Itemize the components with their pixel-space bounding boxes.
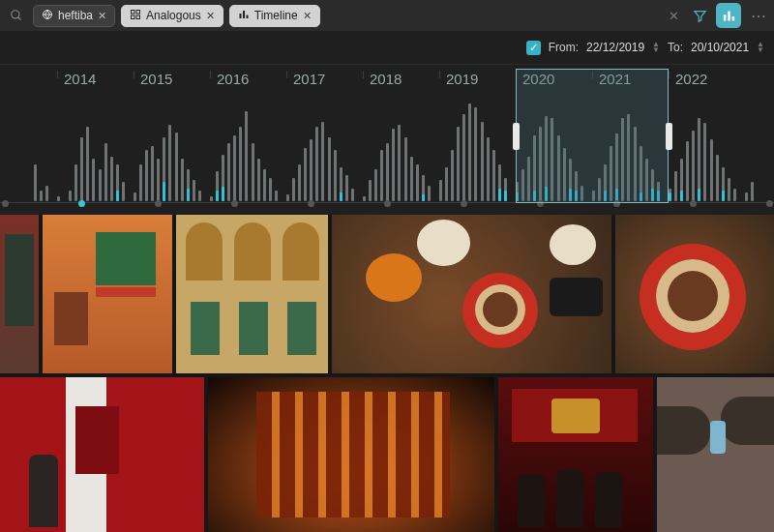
histogram-bar: [239, 127, 242, 201]
histogram-bar-highlight: [722, 191, 725, 201]
selection-handle-left[interactable]: [513, 123, 520, 150]
to-date-stepper[interactable]: ▲▼: [757, 42, 764, 53]
from-label: From:: [549, 41, 579, 54]
histogram-bar: [457, 127, 460, 201]
histogram-bar: [487, 137, 490, 201]
year-dot: [766, 200, 773, 207]
timeline-histogram[interactable]: 201420152016201720182019202020212022: [0, 64, 774, 215]
histogram-bar: [445, 167, 448, 201]
chip-label: Timeline: [254, 9, 298, 22]
svg-point-0: [12, 11, 19, 18]
selection-handle-right[interactable]: [666, 123, 672, 150]
histogram-bar: [168, 125, 171, 201]
histogram-bar: [710, 139, 713, 201]
thumb-hands-sanitizer[interactable]: [657, 377, 774, 532]
histogram-bar: [145, 150, 148, 201]
histogram-bar-highlight: [498, 189, 501, 201]
histogram-bar: [45, 186, 48, 202]
thumb-latte-art-closeup[interactable]: [615, 215, 774, 373]
histogram-bar: [728, 178, 730, 201]
grid-icon: [130, 9, 141, 23]
year-dot: [231, 200, 238, 207]
histogram-bar: [263, 169, 266, 201]
filter-chip-analogous[interactable]: Analogous ✕: [121, 5, 223, 27]
histogram-bar: [751, 182, 754, 201]
histogram-bar: [286, 194, 289, 201]
histogram-bar: [74, 164, 77, 202]
filter-tag-bar: heftiba ✕ Analogous ✕ Timeline ✕ ✕ ⋯: [0, 0, 774, 31]
chip-label: heftiba: [58, 9, 93, 22]
year-label: 2015: [140, 71, 172, 87]
filter-chip-heftiba[interactable]: heftiba ✕: [33, 5, 115, 27]
timeline-view-button[interactable]: [716, 3, 741, 28]
svg-rect-5: [132, 15, 135, 19]
thumb-ornate-beige-facade[interactable]: [176, 215, 328, 373]
chip-remove-icon[interactable]: ✕: [303, 10, 312, 22]
timeline-selection[interactable]: [516, 69, 669, 203]
histogram-bar: [410, 157, 413, 201]
chip-remove-icon[interactable]: ✕: [98, 10, 106, 22]
histogram-bar: [481, 122, 484, 202]
from-date-stepper[interactable]: ▲▼: [652, 42, 660, 53]
filter-funnel-button[interactable]: [687, 3, 712, 28]
svg-rect-6: [136, 15, 140, 19]
photo-grid: [0, 215, 774, 532]
histogram-bar: [398, 125, 401, 201]
histogram-bar: [122, 182, 125, 201]
histogram-bar: [99, 169, 102, 201]
thumb-green-shutters-orange-wall[interactable]: [43, 215, 172, 373]
histogram-bar: [233, 135, 236, 201]
histogram-bar: [686, 141, 689, 201]
histogram-bar: [703, 123, 706, 201]
year-dot: [78, 200, 85, 207]
svg-rect-12: [731, 16, 734, 20]
histogram-bar: [57, 196, 60, 202]
histogram-bar: [363, 196, 366, 202]
histogram-bar: [134, 192, 136, 201]
histogram-bar: [110, 157, 113, 201]
filter-chip-timeline[interactable]: Timeline ✕: [229, 5, 320, 27]
histogram-bar: [198, 191, 201, 201]
year-label: 2022: [675, 71, 707, 87]
histogram-bar: [40, 191, 43, 201]
histogram-bar: [374, 169, 377, 201]
histogram-bar: [257, 159, 260, 201]
svg-rect-11: [728, 11, 730, 20]
histogram-bar-highlight: [422, 194, 425, 201]
histogram-bar-highlight: [504, 191, 507, 201]
histogram-bar: [474, 107, 477, 201]
to-date-input[interactable]: 20/10/2021: [691, 41, 749, 54]
thumb-orange-venetian-window[interactable]: [0, 215, 39, 373]
histogram-bar: [269, 178, 272, 201]
year-dot: [2, 200, 9, 207]
histogram-bar-highlight: [698, 189, 700, 201]
year-dot: [461, 200, 467, 207]
histogram-bar: [328, 137, 331, 201]
histogram-bar: [369, 180, 372, 201]
year-label: 2018: [370, 71, 402, 87]
histogram-bar: [34, 164, 37, 202]
histogram-bar: [310, 139, 313, 201]
thumb-coffee-pumpkins-flatlay[interactable]: [332, 215, 611, 373]
year-dot: [384, 200, 391, 207]
thumb-red-facade-shoppers[interactable]: [498, 377, 652, 532]
thumb-red-lit-building-night[interactable]: [208, 377, 495, 532]
thumb-red-white-storefront-pedestrian[interactable]: [0, 377, 204, 532]
year-dot: [155, 200, 162, 207]
search-icon[interactable]: [6, 5, 27, 26]
svg-rect-8: [243, 11, 245, 18]
year-dot: [308, 200, 314, 207]
bars-icon: [238, 9, 250, 23]
histogram-bar: [733, 189, 736, 201]
more-options-icon[interactable]: ⋯: [745, 7, 768, 25]
from-date-input[interactable]: 22/12/2019: [586, 41, 644, 54]
year-label: 2016: [217, 71, 249, 87]
histogram-bar: [674, 171, 677, 201]
from-date-checkbox[interactable]: ✓: [526, 41, 541, 55]
histogram-bar: [92, 159, 95, 201]
histogram-bar-highlight: [340, 192, 342, 201]
clear-filters-icon[interactable]: ✕: [665, 9, 683, 23]
histogram-bar-highlight: [116, 191, 119, 201]
svg-rect-4: [136, 10, 140, 14]
chip-remove-icon[interactable]: ✕: [206, 10, 215, 22]
